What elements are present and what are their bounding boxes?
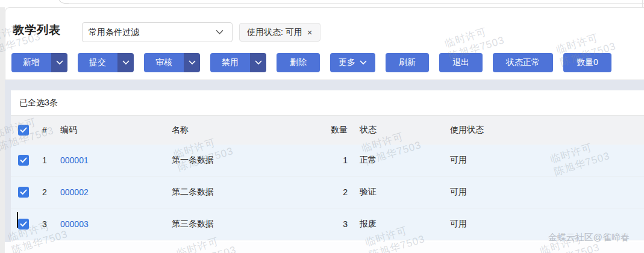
audit-button-chevron-down-icon[interactable] xyxy=(184,53,200,72)
exit-button[interactable]: 退出 xyxy=(439,53,483,72)
grid-left-rail xyxy=(5,90,11,242)
toolbar-panel: 教学列表 常用条件过滤 使用状态: 可用 × 新增 提交 xyxy=(5,7,644,80)
row-name: 第一条数据 xyxy=(167,155,297,166)
selection-summary-bar: 已全选3条 xyxy=(11,90,644,116)
tab-bottom-line xyxy=(67,3,644,4)
row-code-link[interactable]: 000001 xyxy=(60,155,89,165)
row-usage: 可用 xyxy=(440,219,644,230)
row-index: 1 xyxy=(37,155,55,165)
delete-button[interactable]: 删除 xyxy=(277,53,320,72)
add-button-chevron-down-icon[interactable] xyxy=(51,53,67,72)
app-window: 教学列表 常用条件过滤 使用状态: 可用 × 新增 提交 xyxy=(0,0,644,253)
submit-button-label[interactable]: 提交 xyxy=(78,53,117,72)
left-margin-strip xyxy=(0,7,5,253)
row-name: 第三条数据 xyxy=(167,219,297,230)
audit-button-label[interactable]: 审核 xyxy=(144,53,184,72)
disable-button-chevron-down-icon[interactable] xyxy=(250,53,266,72)
filter-tag-usage-status[interactable]: 使用状态: 可用 × xyxy=(239,23,320,42)
data-table: # 编码 名称 数量 状态 使用状态 1 000001 第一条数据 1 正常 可… xyxy=(11,116,644,240)
filter-scheme-dropdown-value: 常用条件过滤 xyxy=(89,27,216,38)
data-grid-panel: 已全选3条 # 编码 名称 数量 状态 使用状态 1 0000 xyxy=(11,90,644,242)
toolbar-button-row: 新增 提交 审核 禁用 xyxy=(11,53,611,72)
column-header-name[interactable]: 名称 xyxy=(167,125,297,136)
submit-button[interactable]: 提交 xyxy=(78,53,134,72)
column-header-usage[interactable]: 使用状态 xyxy=(440,125,644,136)
table-row[interactable]: 1 000001 第一条数据 1 正常 可用 xyxy=(11,145,644,176)
chevron-down-icon xyxy=(216,30,224,35)
tab-corner xyxy=(58,0,69,4)
row-qty: 3 xyxy=(297,219,350,229)
section-gap-band xyxy=(5,80,644,90)
filter-tag-close-icon[interactable]: × xyxy=(307,28,313,37)
more-button-label: 更多 xyxy=(339,57,355,68)
row-usage: 可用 xyxy=(440,155,644,166)
row-status: 验证 xyxy=(350,187,440,198)
page-title: 教学列表 xyxy=(13,22,61,38)
row-index: 2 xyxy=(37,187,55,197)
column-header-code[interactable]: 编码 xyxy=(55,125,167,136)
submit-button-chevron-down-icon[interactable] xyxy=(117,53,134,72)
row-status: 报废 xyxy=(350,219,440,230)
audit-button[interactable]: 审核 xyxy=(144,53,200,72)
filter-tag-label: 使用状态: 可用 xyxy=(247,27,302,38)
community-credit-text: 金蝶云社区@雀啼春 xyxy=(548,232,630,243)
row-qty: 1 xyxy=(297,155,350,165)
title-row: 教学列表 常用条件过滤 使用状态: 可用 × xyxy=(5,8,644,52)
text-cursor-artifact xyxy=(17,212,18,228)
row-qty: 2 xyxy=(297,187,350,197)
filter-scheme-dropdown[interactable]: 常用条件过滤 xyxy=(82,22,233,42)
top-strip xyxy=(0,0,644,7)
disable-button-label[interactable]: 禁用 xyxy=(210,53,250,72)
column-header-index[interactable]: # xyxy=(37,125,55,135)
table-row[interactable]: 2 000002 第二条数据 2 验证 可用 xyxy=(11,176,644,208)
row-name: 第二条数据 xyxy=(167,187,297,198)
status-normal-button[interactable]: 状态正常 xyxy=(493,53,553,72)
column-header-status[interactable]: 状态 xyxy=(350,125,440,136)
row-usage: 可用 xyxy=(440,187,644,198)
row-status: 正常 xyxy=(350,155,440,166)
table-header-row: # 编码 名称 数量 状态 使用状态 xyxy=(11,116,644,145)
more-button-chevron-down-icon xyxy=(360,60,367,65)
row-checkbox[interactable] xyxy=(18,187,29,198)
select-all-checkbox[interactable] xyxy=(18,125,29,136)
add-button[interactable]: 新增 xyxy=(11,53,67,72)
disable-button[interactable]: 禁用 xyxy=(210,53,266,72)
row-checkbox[interactable] xyxy=(18,155,29,166)
refresh-button[interactable]: 刷新 xyxy=(386,53,429,72)
quantity-button[interactable]: 数量0 xyxy=(563,53,611,72)
row-checkbox[interactable] xyxy=(18,219,29,230)
add-button-label[interactable]: 新增 xyxy=(11,53,51,72)
more-button[interactable]: 更多 xyxy=(330,53,375,72)
column-header-qty[interactable]: 数量 xyxy=(297,125,350,136)
row-index: 3 xyxy=(37,219,55,229)
row-code-link[interactable]: 000003 xyxy=(60,219,89,229)
selection-summary-text: 已全选3条 xyxy=(19,98,58,108)
row-code-link[interactable]: 000002 xyxy=(60,187,89,197)
bottom-area xyxy=(5,242,644,253)
